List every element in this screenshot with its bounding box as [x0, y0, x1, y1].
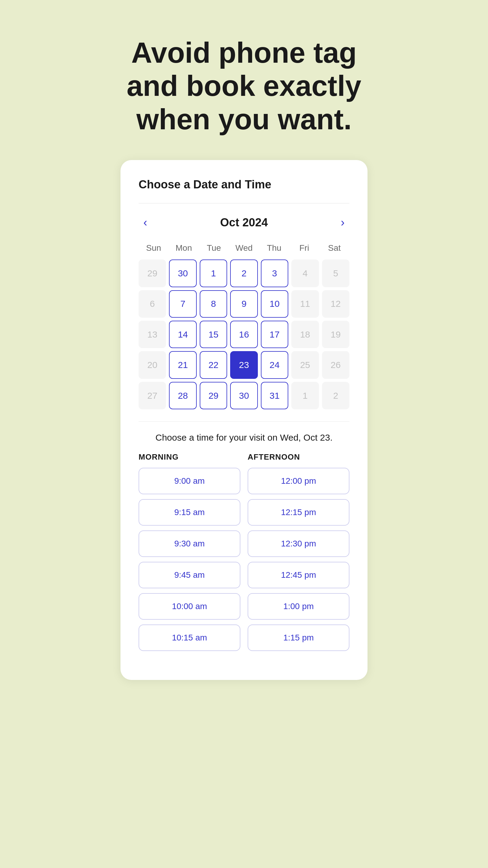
- calendar-day[interactable]: 9: [230, 290, 258, 318]
- calendar-day[interactable]: 30: [169, 259, 196, 287]
- hero-title: Avoid phone tag and book exactly when yo…: [108, 36, 380, 136]
- calendar-day[interactable]: 10: [261, 290, 288, 318]
- calendar-day: 6: [138, 290, 166, 318]
- calendar-day[interactable]: 30: [230, 382, 258, 409]
- weekday-wed: Wed: [229, 240, 259, 256]
- calendar-day: 25: [291, 351, 319, 378]
- calendar-day[interactable]: 7: [169, 290, 196, 318]
- time-subtitle: Choose a time for your visit on Wed, Oct…: [138, 433, 350, 443]
- afternoon-time-slot[interactable]: 1:00 pm: [248, 593, 350, 620]
- calendar-day[interactable]: 31: [261, 382, 288, 409]
- calendar-day[interactable]: 2: [230, 259, 258, 287]
- calendar-month-year: Oct 2024: [220, 216, 268, 229]
- calendar-day[interactable]: 23: [230, 351, 258, 378]
- calendar-day[interactable]: 15: [200, 321, 227, 348]
- afternoon-time-slot[interactable]: 12:15 pm: [248, 499, 350, 526]
- calendar-day: 2: [322, 382, 350, 409]
- morning-time-slot[interactable]: 9:45 am: [138, 562, 240, 588]
- time-columns: MORNING 9:00 am9:15 am9:30 am9:45 am10:0…: [138, 453, 350, 656]
- calendar-day[interactable]: 28: [169, 382, 196, 409]
- calendar-day[interactable]: 8: [200, 290, 227, 318]
- weekday-sun: Sun: [138, 240, 169, 256]
- calendar-grid: Sun Mon Tue Wed Thu Fri Sat 293012345678…: [138, 240, 350, 409]
- calendar-day[interactable]: 21: [169, 351, 196, 378]
- calendar: ‹ Oct 2024 › Sun Mon Tue Wed Thu Fri Sat…: [138, 203, 350, 409]
- calendar-day[interactable]: 16: [230, 321, 258, 348]
- afternoon-slots: 12:00 pm12:15 pm12:30 pm12:45 pm1:00 pm1…: [248, 468, 350, 651]
- afternoon-column: AFTERNOON 12:00 pm12:15 pm12:30 pm12:45 …: [248, 453, 350, 656]
- afternoon-time-slot[interactable]: 12:30 pm: [248, 530, 350, 557]
- morning-column: MORNING 9:00 am9:15 am9:30 am9:45 am10:0…: [138, 453, 240, 656]
- calendar-day: 13: [138, 321, 166, 348]
- calendar-day[interactable]: 14: [169, 321, 196, 348]
- card-title: Choose a Date and Time: [138, 178, 350, 191]
- weekday-thu: Thu: [259, 240, 289, 256]
- calendar-day: 19: [322, 321, 350, 348]
- next-month-button[interactable]: ›: [336, 214, 350, 230]
- weekday-tue: Tue: [199, 240, 229, 256]
- calendar-header: ‹ Oct 2024 ›: [138, 214, 350, 230]
- morning-header: MORNING: [138, 453, 240, 462]
- calendar-day: 5: [322, 259, 350, 287]
- calendar-day[interactable]: 17: [261, 321, 288, 348]
- afternoon-time-slot[interactable]: 1:15 pm: [248, 624, 350, 651]
- morning-time-slot[interactable]: 10:15 am: [138, 624, 240, 651]
- calendar-days: 2930123456789101112131415161718192021222…: [138, 259, 350, 409]
- calendar-weekdays: Sun Mon Tue Wed Thu Fri Sat: [138, 240, 350, 256]
- afternoon-time-slot[interactable]: 12:00 pm: [248, 468, 350, 494]
- calendar-day[interactable]: 29: [200, 382, 227, 409]
- calendar-day: 18: [291, 321, 319, 348]
- morning-time-slot[interactable]: 9:15 am: [138, 499, 240, 526]
- calendar-day[interactable]: 3: [261, 259, 288, 287]
- time-section: Choose a time for your visit on Wed, Oct…: [138, 421, 350, 656]
- calendar-day[interactable]: 22: [200, 351, 227, 378]
- calendar-day: 4: [291, 259, 319, 287]
- calendar-day: 12: [322, 290, 350, 318]
- morning-time-slot[interactable]: 9:00 am: [138, 468, 240, 494]
- weekday-mon: Mon: [169, 240, 199, 256]
- morning-time-slot[interactable]: 10:00 am: [138, 593, 240, 620]
- calendar-day[interactable]: 24: [261, 351, 288, 378]
- booking-card: Choose a Date and Time ‹ Oct 2024 › Sun …: [121, 160, 367, 680]
- calendar-day: 29: [138, 259, 166, 287]
- morning-time-slot[interactable]: 9:30 am: [138, 530, 240, 557]
- afternoon-time-slot[interactable]: 12:45 pm: [248, 562, 350, 588]
- morning-slots: 9:00 am9:15 am9:30 am9:45 am10:00 am10:1…: [138, 468, 240, 651]
- calendar-day: 11: [291, 290, 319, 318]
- calendar-day[interactable]: 1: [200, 259, 227, 287]
- weekday-sat: Sat: [319, 240, 350, 256]
- calendar-day: 27: [138, 382, 166, 409]
- calendar-day: 20: [138, 351, 166, 378]
- afternoon-header: AFTERNOON: [248, 453, 350, 462]
- calendar-day: 26: [322, 351, 350, 378]
- prev-month-button[interactable]: ‹: [138, 214, 152, 230]
- calendar-day: 1: [291, 382, 319, 409]
- weekday-fri: Fri: [289, 240, 319, 256]
